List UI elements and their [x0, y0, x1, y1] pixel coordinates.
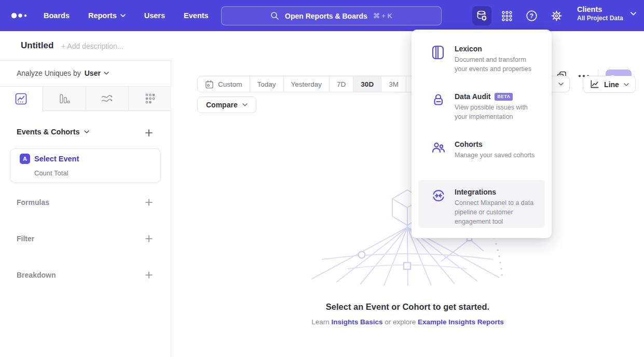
- primary-nav: Boards Reports Users Events: [44, 0, 209, 31]
- project-selector[interactable]: Clients All Project Data: [577, 5, 636, 22]
- range-today[interactable]: Today: [250, 76, 284, 92]
- query-builder-sidebar: Analyze Uniques by User: [0, 60, 171, 357]
- search-shortcut-hint: ⌘ + K: [373, 12, 392, 20]
- project-name: All Project Data: [577, 15, 623, 22]
- range-label: Today: [257, 80, 276, 88]
- example-reports-link[interactable]: Example Insights Reports: [418, 318, 504, 326]
- tab-line-chart[interactable]: [0, 87, 43, 111]
- plus-icon: [145, 198, 153, 207]
- tab-flow-chart[interactable]: [86, 87, 129, 111]
- database-gear-icon: [476, 10, 488, 22]
- metric-grid-tab-icon: [144, 93, 156, 104]
- range-label: 3M: [389, 80, 399, 88]
- range-3m[interactable]: 3M: [381, 76, 406, 92]
- menu-item-text: Lexicon Document and transform your even…: [455, 45, 539, 85]
- range-label: 7D: [337, 80, 346, 88]
- menu-item-integrations[interactable]: Integrations Connect Mixpanel to a data …: [418, 180, 545, 228]
- event-metric-dropdown[interactable]: Count Total: [34, 169, 68, 177]
- select-event-button[interactable]: Select Event: [34, 155, 79, 163]
- chevron-down-icon: [120, 14, 126, 17]
- nav-label: Reports: [88, 11, 117, 20]
- apps-grid-button[interactable]: [497, 6, 516, 25]
- mixpanel-logo[interactable]: [10, 10, 31, 21]
- bar-chart-tab-icon: [58, 93, 70, 105]
- compare-label: Compare: [206, 101, 238, 109]
- analyze-row: Analyze Uniques by User: [17, 69, 109, 77]
- search-icon: [270, 11, 279, 20]
- nav-item-users[interactable]: Users: [144, 11, 165, 20]
- range-7d[interactable]: 7D: [330, 76, 353, 92]
- chevron-down-icon: [84, 130, 89, 133]
- menu-item-cohorts[interactable]: Cohorts Manage your saved cohorts: [418, 132, 545, 180]
- plus-icon: [145, 271, 153, 279]
- event-row-card[interactable]: A Select Event Count Total: [10, 148, 161, 183]
- analyze-value: User: [85, 69, 101, 77]
- menu-item-description: Manage your saved cohorts: [455, 150, 535, 160]
- insights-basics-link[interactable]: Insights Basics: [331, 318, 382, 326]
- nav-item-boards[interactable]: Boards: [44, 11, 70, 20]
- subtext-prefix: Learn: [311, 318, 330, 326]
- beta-badge: BETA: [495, 93, 513, 101]
- events-cohorts-header[interactable]: Events & Cohorts: [17, 128, 89, 136]
- menu-item-lexicon[interactable]: Lexicon Document and transform your even…: [418, 37, 545, 85]
- range-label: 30D: [361, 80, 374, 88]
- global-search-bar[interactable]: Open Reports & Boards ⌘ + K: [221, 6, 442, 25]
- add-event-button[interactable]: [144, 128, 154, 138]
- range-yesterday[interactable]: Yesterday: [284, 76, 330, 92]
- breakdown-section-label: Breakdown: [17, 271, 56, 279]
- menu-item-description: View possible issues with your implement…: [455, 103, 539, 121]
- compare-button[interactable]: Compare: [197, 97, 256, 113]
- menu-item-title: Data Audit: [455, 92, 490, 101]
- menu-item-title: Integrations: [455, 188, 496, 196]
- tab-bar-chart[interactable]: [43, 87, 86, 111]
- range-label: Custom: [218, 80, 242, 88]
- analyze-by-dropdown[interactable]: User: [85, 69, 109, 77]
- chevron-down-icon: [631, 12, 636, 16]
- nav-label: Users: [144, 11, 165, 20]
- org-name: Clients: [577, 5, 623, 13]
- subtext-middle: or explore: [385, 318, 416, 326]
- menu-item-title: Lexicon: [455, 45, 482, 53]
- chevron-down-icon: [624, 83, 629, 86]
- data-management-menu: Lexicon Document and transform your even…: [412, 30, 552, 238]
- search-placeholder: Open Reports & Boards: [285, 12, 367, 20]
- integrations-sync-icon: [431, 188, 446, 228]
- add-breakdown-button[interactable]: [144, 270, 154, 280]
- mixpanel-dots-icon: [10, 10, 31, 21]
- range-label: Yesterday: [291, 80, 322, 88]
- empty-state-heading: Select an Event or Cohort to get started…: [171, 302, 644, 312]
- nav-item-events[interactable]: Events: [184, 11, 209, 20]
- filter-section-label: Filter: [17, 235, 34, 243]
- report-title[interactable]: Untitled: [21, 40, 53, 51]
- plus-icon: [145, 129, 153, 137]
- chevron-down-icon: [558, 83, 564, 86]
- analyze-label: Analyze Uniques by: [17, 69, 81, 77]
- chevron-down-icon: [242, 103, 248, 106]
- add-formula-button[interactable]: [144, 197, 154, 208]
- add-description-field[interactable]: + Add description...: [61, 42, 123, 50]
- menu-item-data-audit[interactable]: Data Audit BETA View possible issues wit…: [418, 85, 545, 132]
- data-management-button[interactable]: [472, 6, 491, 25]
- event-series-badge: A: [20, 154, 30, 164]
- gear-icon: [551, 10, 563, 22]
- nav-label: Events: [184, 11, 209, 20]
- nav-item-reports[interactable]: Reports: [88, 11, 126, 20]
- range-custom[interactable]: Custom: [198, 76, 250, 92]
- chart-type-dropdown[interactable]: Line: [583, 76, 636, 93]
- cohorts-people-icon: [431, 140, 446, 180]
- empty-state-subtext: Learn Insights Basics or explore Example…: [171, 318, 644, 326]
- add-filter-button[interactable]: [144, 234, 154, 244]
- line-chart-tab-icon: [15, 93, 27, 105]
- range-30d-selected[interactable]: 30D: [353, 76, 381, 92]
- chart-type-label: Line: [604, 80, 619, 89]
- events-cohorts-label: Events & Cohorts: [17, 128, 80, 136]
- chart-type-tabs: [0, 86, 171, 111]
- menu-item-description: Document and transform your events and p…: [455, 55, 539, 74]
- help-button[interactable]: ?: [522, 6, 541, 25]
- svg-text:?: ?: [530, 12, 533, 20]
- menu-item-title: Cohorts: [455, 140, 483, 148]
- tab-metric-grid[interactable]: [128, 87, 171, 111]
- settings-button[interactable]: [547, 6, 566, 25]
- grid-dots-icon: [501, 10, 513, 22]
- menu-item-text: Integrations Connect Mixpanel to a data …: [455, 188, 539, 228]
